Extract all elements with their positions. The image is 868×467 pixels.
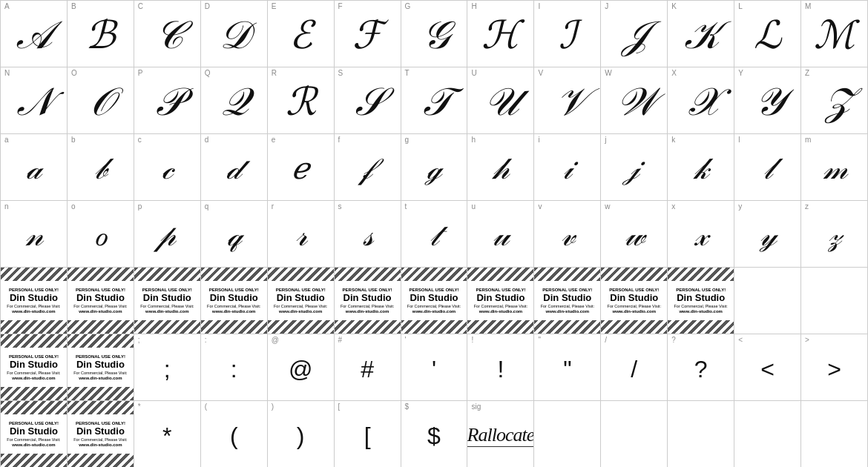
glyph-cell: Rℛ: [268, 67, 335, 134]
glyph-char: ℐ: [559, 16, 576, 55]
glyph-cell: [[: [335, 401, 401, 467]
glyph-cell: c𝒸: [134, 134, 201, 201]
watermark-cell: 1PERSONAL USE ONLY!Din StudioFor Commerc…: [68, 401, 134, 467]
glyph-cell: d𝒹: [201, 134, 268, 201]
glyph-cell: Bℬ: [68, 1, 134, 67]
glyph-char: 𝒶: [26, 154, 41, 184]
watermark-cell: 0PERSONAL USE ONLY!Din StudioFor Commerc…: [1, 334, 68, 401]
glyph-char: 𝒹: [226, 154, 241, 184]
glyph-char: 𝒦: [685, 16, 717, 55]
glyph-char: ?: [694, 357, 708, 381]
glyph-char: 𝓅: [160, 221, 175, 251]
win-studio-label: Din Studio: [677, 293, 725, 303]
watermark-cell: 7PERSONAL USE ONLY!Din StudioFor Commerc…: [467, 268, 534, 334]
glyph-char: !: [497, 357, 504, 381]
glyph-char: ℳ: [814, 16, 855, 55]
win-studio-label: Din Studio: [10, 426, 58, 437]
glyph-char: ℒ: [754, 16, 781, 55]
glyph-char: 𝒽: [493, 154, 509, 184]
glyph-cell: <<: [734, 334, 801, 401]
glyph-char: @: [289, 357, 312, 381]
glyph-cell: D𝒟: [201, 1, 268, 67]
glyph-cell: **: [134, 401, 201, 467]
glyph-cell: j𝒿: [601, 134, 668, 201]
glyph-char: ℛ: [286, 83, 316, 122]
glyph-cell: Lℒ: [734, 1, 801, 67]
glyph-char: 𝒻: [363, 154, 372, 184]
glyph-char: 𝒜: [17, 16, 50, 55]
glyph-char: ℬ: [85, 16, 116, 55]
watermark-cell: PERSONAL USE ONLY!Din StudioFor Commerci…: [668, 268, 734, 334]
glyph-char: ℯ: [292, 154, 309, 184]
glyph-char: /: [631, 357, 637, 381]
win-studio-label: Din Studio: [10, 293, 58, 303]
glyph-char: ℋ: [481, 16, 519, 55]
win-studio-label: Din Studio: [476, 293, 525, 303]
glyph-cell: r𝓇: [268, 201, 335, 268]
glyph-char: 𝓈: [363, 221, 372, 251]
glyph-cell: f𝒻: [335, 134, 401, 201]
glyph-char: 𝓇: [295, 221, 306, 251]
win-studio-label: Din Studio: [610, 293, 658, 303]
glyph-cell: a𝒶: [1, 134, 68, 201]
glyph-char: 𝒾: [563, 154, 571, 184]
glyph-cell: p𝓅: [134, 201, 201, 268]
watermark-cell: 5PERSONAL USE ONLY!Din StudioFor Commerc…: [335, 268, 401, 334]
glyph-cell: Mℳ: [801, 1, 868, 67]
glyph-char: ': [432, 357, 436, 381]
win-studio-label: Din Studio: [10, 360, 58, 370]
glyph-cell: A𝒜: [1, 1, 68, 67]
glyph-char: ): [297, 424, 305, 448]
glyph-char: 𝒱: [554, 83, 580, 122]
glyph-char: #: [361, 357, 374, 381]
glyph-cell: t𝓉: [401, 201, 468, 268]
glyph-cell: Iℐ: [534, 1, 601, 67]
glyph-char: 𝒥: [624, 16, 645, 55]
glyph-cell: sigRallocate: [467, 401, 534, 467]
glyph-cell: C𝒞: [134, 1, 201, 67]
glyph-cell: T𝒯: [401, 67, 468, 134]
glyph-cell: )): [268, 401, 335, 467]
glyph-cell: W𝒲: [601, 67, 668, 134]
watermark-cell: 0PERSONAL USE ONLY!Din StudioFor Commerc…: [1, 401, 68, 467]
glyph-char: 𝒰: [484, 83, 517, 122]
glyph-char: <: [760, 357, 775, 381]
glyph-char: 𝒲: [616, 83, 653, 122]
glyph-char: 𝒢: [420, 16, 447, 55]
glyph-char: 𝒮: [354, 83, 381, 122]
glyph-char: ": [563, 357, 571, 381]
glyph-cell: Q𝒬: [201, 67, 268, 134]
glyph-char: [: [364, 424, 371, 448]
watermark-cell: 9PERSONAL USE ONLY!Din StudioFor Commerc…: [601, 268, 668, 334]
glyph-cell: n𝓃: [1, 201, 68, 268]
glyph-cell: @@: [268, 334, 335, 401]
glyph-cell: x𝓍: [668, 201, 734, 268]
glyph-cell: k𝓀: [668, 134, 734, 201]
glyph-char: 𝒩: [18, 83, 49, 122]
glyph-cell: Y𝒴: [734, 67, 801, 134]
glyph-char: 𝒿: [630, 154, 639, 184]
glyph-cell: G𝒢: [401, 1, 468, 67]
glyph-char: *: [162, 424, 171, 448]
glyph-char: 𝓂: [823, 154, 846, 184]
glyph-char: 𝒬: [220, 83, 247, 122]
glyph-char: :: [231, 357, 237, 381]
glyph-char: ℰ: [289, 16, 312, 55]
glyph-char: 𝒪: [89, 83, 111, 122]
win-studio-label: Din Studio: [76, 426, 125, 437]
glyph-cell: u𝓊: [467, 201, 534, 268]
glyph-cell: Fℱ: [335, 1, 401, 67]
glyph-char: $: [427, 424, 441, 448]
glyph-cell: b𝒷: [68, 134, 134, 201]
glyph-cell: "": [534, 334, 601, 401]
glyph-cell: [801, 268, 868, 334]
glyph-cell: O𝒪: [68, 67, 134, 134]
win-studio-label: Din Studio: [143, 293, 191, 303]
glyph-cell: N𝒩: [1, 67, 68, 134]
glyph-cell: //: [601, 334, 668, 401]
glyph-cell: [734, 268, 801, 334]
glyph-cell: [734, 401, 801, 467]
glyph-char: 𝓃: [25, 221, 42, 251]
glyph-char: ;: [164, 357, 171, 381]
glyph-cell: y𝓎: [734, 201, 801, 268]
